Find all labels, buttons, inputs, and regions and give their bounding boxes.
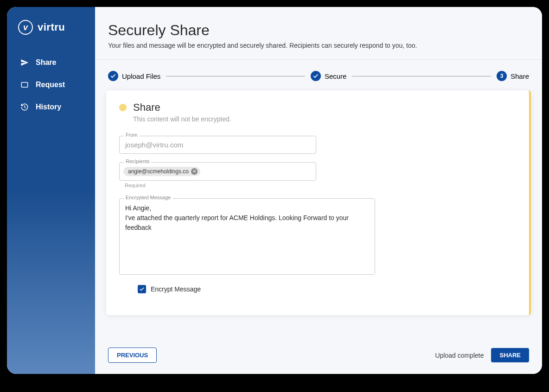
- upload-status: Upload complete: [435, 352, 484, 359]
- step-label: Upload Files: [122, 72, 160, 80]
- recipients-input[interactable]: angie@scmeholdings.co ✕: [119, 162, 316, 181]
- main-content: Securely Share Your files and message wi…: [95, 7, 542, 374]
- footer: PREVIOUS Upload complete SHARE: [95, 336, 542, 374]
- page-subtitle: Your files and message will be encrypted…: [108, 42, 529, 49]
- recipient-email: angie@scmeholdings.co: [128, 168, 189, 175]
- step-secure[interactable]: Secure: [311, 71, 347, 81]
- sidebar-item-history[interactable]: History: [7, 96, 95, 118]
- sidebar-nav: Share Request History: [7, 51, 95, 118]
- sidebar-item-request[interactable]: Request: [7, 74, 95, 96]
- step-upload-files[interactable]: Upload Files: [108, 71, 160, 81]
- recipients-label: Recipients: [124, 158, 151, 164]
- sidebar-item-label: History: [36, 103, 61, 111]
- previous-button[interactable]: PREVIOUS: [108, 348, 157, 363]
- step-label: Secure: [325, 72, 347, 80]
- sidebar-item-label: Request: [36, 81, 65, 89]
- encrypt-checkbox[interactable]: [138, 285, 146, 293]
- recipients-helper: Required: [125, 183, 516, 188]
- card-subtitle: This content will not be encrypted.: [133, 115, 516, 123]
- page-header: Securely Share Your files and message wi…: [95, 7, 542, 60]
- step-connector: [352, 76, 491, 76]
- share-card: Share This content will not be encrypted…: [106, 90, 531, 315]
- logo: v virtru: [7, 20, 95, 35]
- encrypt-checkbox-row: Encrypt Message: [138, 285, 516, 293]
- send-icon: [20, 58, 29, 67]
- sidebar-item-label: Share: [36, 58, 56, 67]
- sidebar-item-share[interactable]: Share: [7, 51, 95, 74]
- encrypt-checkbox-label: Encrypt Message: [151, 285, 201, 293]
- request-icon: [20, 80, 29, 89]
- message-label: Encrypted Message: [124, 195, 172, 200]
- from-label: From: [124, 132, 140, 138]
- app-window: v virtru Share Request His: [7, 7, 542, 374]
- page-title: Securely Share: [108, 22, 529, 39]
- message-field: Encrypted Message: [119, 198, 375, 277]
- step-share[interactable]: 3 Share: [497, 71, 529, 81]
- stepper: Upload Files Secure 3 Share: [95, 60, 542, 90]
- step-label: Share: [511, 72, 529, 80]
- message-textarea[interactable]: [119, 198, 375, 275]
- step-check-icon: [311, 71, 321, 81]
- sidebar: v virtru Share Request His: [7, 7, 95, 374]
- card-header: Share: [119, 101, 516, 114]
- step-number-icon: 3: [497, 71, 507, 81]
- share-button[interactable]: SHARE: [491, 348, 529, 362]
- step-connector: [166, 76, 305, 76]
- logo-icon: v: [18, 20, 33, 35]
- recipient-chip: angie@scmeholdings.co ✕: [123, 167, 200, 176]
- card-container: Share This content will not be encrypted…: [95, 90, 542, 336]
- svg-rect-0: [21, 82, 28, 88]
- from-input[interactable]: [119, 136, 316, 154]
- history-icon: [20, 102, 29, 112]
- step-check-icon: [108, 71, 118, 81]
- chip-remove-icon[interactable]: ✕: [191, 168, 198, 175]
- status-dot-icon: [119, 104, 127, 111]
- card-title: Share: [133, 101, 160, 114]
- logo-text: virtru: [38, 21, 65, 33]
- recipients-field: Recipients angie@scmeholdings.co ✕: [119, 162, 316, 181]
- footer-right: Upload complete SHARE: [435, 348, 529, 362]
- from-field: From: [119, 136, 316, 154]
